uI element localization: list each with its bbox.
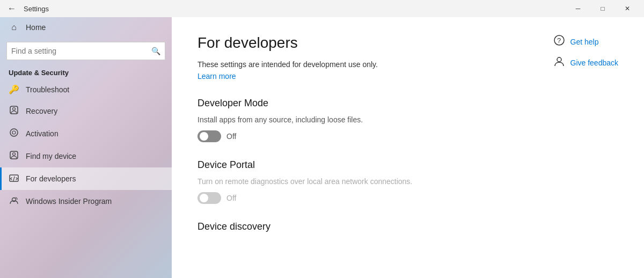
svg-point-1 [13,108,16,111]
help-panel: ? Get help Give feedback [553,34,619,70]
find-device-icon [9,150,19,162]
developer-mode-section: Developer Mode Install apps from any sou… [197,98,618,142]
device-portal-toggle-label: Off [226,194,236,202]
developer-mode-title: Developer Mode [197,98,618,109]
sidebar-item-windows-insider[interactable]: Windows Insider Program [0,190,172,213]
svg-point-10 [557,57,561,62]
sidebar-item-for-developers[interactable]: For developers [0,167,172,190]
maximize-button[interactable]: □ [590,0,615,17]
device-portal-title: Device Portal [197,159,618,171]
search-box[interactable]: 🔍 [6,42,165,60]
developer-mode-toggle-row: Off [197,130,618,142]
sidebar-item-find-my-device-label: Find my device [26,152,76,160]
device-discovery-title: Device discovery [197,221,618,232]
back-icon: ← [8,4,16,13]
sidebar-item-find-my-device[interactable]: Find my device [0,145,172,167]
back-button[interactable]: ← [4,1,19,16]
give-feedback-button[interactable]: Give feedback [553,55,619,70]
recovery-icon [9,105,19,117]
key-icon: 🔑 [9,84,19,94]
close-icon: ✕ [625,5,630,12]
device-portal-toggle-knob [200,194,208,202]
sidebar-item-windows-insider-label: Windows Insider Program [26,197,112,206]
sidebar-category-label: Update & Security [0,64,172,79]
device-portal-toggle-row: Off [197,192,618,204]
get-help-button[interactable]: ? Get help [553,34,619,49]
sidebar-item-recovery[interactable]: Recovery [0,100,172,122]
activation-icon [9,128,19,140]
sidebar-item-recovery-label: Recovery [26,107,57,115]
sidebar-home-label: Home [26,23,46,32]
minimize-icon: ─ [576,5,581,12]
sidebar-item-troubleshoot[interactable]: 🔑 Troubleshoot [0,79,172,100]
main-layout: ⌂ Home 🔍 Update & Security 🔑 Troubleshoo… [0,17,644,278]
developers-icon [9,173,19,185]
home-icon: ⌂ [9,23,19,32]
minimize-button[interactable]: ─ [566,0,590,17]
developer-mode-toggle-knob [200,132,208,141]
sidebar-item-activation[interactable]: Activation [0,122,172,145]
window-controls: ─ □ ✕ [566,0,640,17]
maximize-icon: □ [601,5,604,12]
insider-icon [9,195,19,207]
app-title: Settings [24,5,49,13]
title-bar: ← Settings ─ □ ✕ [0,0,644,17]
sidebar-item-home[interactable]: ⌂ Home [0,17,172,38]
close-button[interactable]: ✕ [615,0,640,17]
developer-mode-toggle[interactable] [197,130,221,142]
search-icon: 🔍 [151,47,160,55]
developer-mode-toggle-label: Off [226,132,236,141]
search-input[interactable] [11,47,151,55]
sidebar-item-activation-label: Activation [26,129,58,138]
device-portal-toggle[interactable] [197,192,221,204]
learn-more-link[interactable]: Learn more [197,72,236,81]
sidebar: ⌂ Home 🔍 Update & Security 🔑 Troubleshoo… [0,17,172,278]
svg-text:?: ? [557,36,561,45]
give-feedback-icon [553,55,565,70]
sidebar-item-for-developers-label: For developers [26,174,76,183]
sidebar-item-troubleshoot-label: Troubleshoot [26,85,69,94]
get-help-icon: ? [553,34,565,49]
give-feedback-label: Give feedback [570,58,619,67]
get-help-label: Get help [570,38,599,46]
developer-mode-description: Install apps from any source, including … [197,115,618,124]
device-portal-section: Device Portal Turn on remote diagnostics… [197,159,618,204]
device-discovery-section: Device discovery [197,221,618,232]
svg-point-2 [10,129,18,136]
content-area: ? Get help Give feedback For developers … [172,17,644,278]
device-portal-description: Turn on remote diagnostics over local ar… [197,177,618,186]
svg-point-3 [12,131,16,134]
svg-point-5 [13,153,16,156]
